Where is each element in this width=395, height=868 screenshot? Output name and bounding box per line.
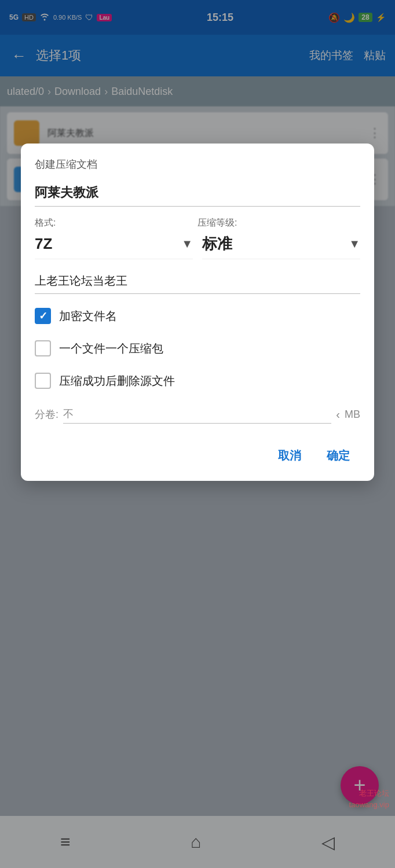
format-select[interactable]: 7Z ▼ [35,231,193,259]
format-value: 7Z [35,235,52,253]
delete-source-label: 压缩成功后删除源文件 [59,373,175,389]
format-label: 格式: [35,217,198,229]
split-back-arrow[interactable]: ‹ [336,408,340,421]
delete-source-row: 压缩成功后删除源文件 [35,373,360,389]
checkbox-check-icon: ✓ [39,311,47,321]
format-dropdown-arrow: ▼ [181,237,193,251]
create-archive-dialog: 创建压缩文档 格式: 压缩等级: 7Z ▼ 标准 ▼ ✓ 加密文件名 一个文件一… [21,144,374,481]
one-file-checkbox[interactable] [35,340,51,356]
filename-input[interactable] [35,182,360,207]
encrypt-filename-label: 加密文件名 [59,308,117,324]
one-file-label: 一个文件一个压缩包 [59,341,163,356]
encrypt-filename-row: ✓ 加密文件名 [35,308,360,324]
level-dropdown-arrow: ▼ [349,237,360,251]
cancel-button[interactable]: 取消 [268,442,312,469]
split-value-input[interactable] [63,405,331,424]
split-label: 分卷: [35,407,58,421]
split-mb-label: MB [345,409,360,421]
dialog-title: 创建压缩文档 [35,157,360,171]
format-level-labels: 格式: 压缩等级: [35,217,360,229]
one-file-row: 一个文件一个压缩包 [35,340,360,356]
level-label: 压缩等级: [198,217,360,229]
level-select[interactable]: 标准 ▼ [202,231,360,259]
dialog-buttons: 取消 确定 [35,442,360,469]
level-value: 标准 [202,234,232,254]
password-input[interactable] [35,271,360,294]
delete-source-checkbox[interactable] [35,373,51,389]
split-volume-row: 分卷: ‹ MB [35,405,360,426]
format-level-selects: 7Z ▼ 标准 ▼ [35,231,360,259]
encrypt-filename-checkbox[interactable]: ✓ [35,308,51,324]
confirm-button[interactable]: 确定 [316,442,360,469]
